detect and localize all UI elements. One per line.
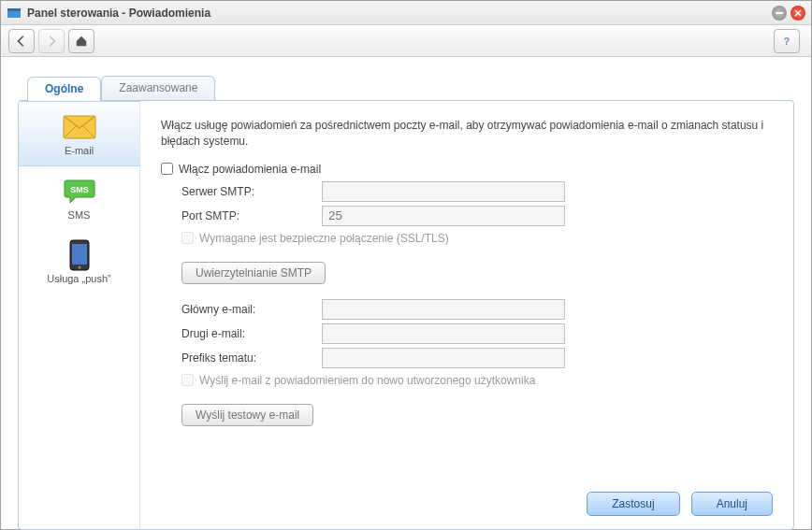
sidebar-item-label: E-mail: [22, 145, 136, 156]
send-new-user-label: Wyślij e-mail z powiadomieniem do nowo u…: [199, 374, 535, 387]
enable-email-label: Włącz powiadomienia e-mail: [179, 163, 321, 176]
svg-rect-7: [72, 244, 87, 265]
tab-row: Ogólne Zaawansowane: [27, 76, 794, 100]
forward-button[interactable]: [38, 29, 65, 53]
second-email-input[interactable]: [322, 323, 565, 344]
minimize-button[interactable]: [772, 6, 787, 21]
smtp-port-input[interactable]: [322, 206, 565, 226]
svg-rect-2: [776, 12, 783, 14]
svg-text:?: ?: [784, 35, 790, 46]
second-email-row: Drugi e-mail:: [181, 323, 773, 344]
sidebar-item-label: Usługa „push”: [22, 273, 136, 284]
prefix-label: Prefiks tematu:: [181, 351, 322, 365]
enable-email-row: Włącz powiadomienia e-mail: [161, 163, 773, 176]
sidebar-item-label: SMS: [22, 209, 136, 221]
toolbar: ?: [1, 25, 811, 57]
push-icon: [22, 239, 136, 271]
primary-email-row: Główny e-mail:: [181, 299, 773, 320]
apply-button[interactable]: Zastosuj: [587, 492, 679, 516]
send-test-button[interactable]: Wyślij testowy e-mail: [181, 404, 313, 426]
primary-email-input[interactable]: [322, 299, 565, 320]
app-icon: [7, 6, 22, 21]
send-new-user-checkbox[interactable]: [181, 374, 194, 386]
email-icon: [22, 111, 136, 143]
svg-point-8: [78, 266, 80, 269]
home-button[interactable]: [68, 29, 94, 53]
enable-email-checkbox[interactable]: [161, 163, 173, 175]
tab-advanced[interactable]: Zaawansowane: [101, 76, 215, 100]
smtp-auth-button[interactable]: Uwierzytelnianie SMTP: [181, 262, 326, 284]
ssl-checkbox[interactable]: [181, 232, 194, 244]
content: Ogólne Zaawansowane E-mail SMS: [1, 57, 811, 529]
sidebar-item-push[interactable]: Usługa „push”: [19, 230, 139, 294]
panel: E-mail SMS SMS Usługa „push”: [18, 100, 794, 530]
tab-general[interactable]: Ogólne: [27, 77, 101, 101]
cancel-button[interactable]: Anuluj: [691, 492, 773, 516]
main-pane: Włącz usługę powiadomień za pośrednictwe…: [140, 101, 793, 529]
sidebar-item-sms[interactable]: SMS SMS: [19, 166, 139, 230]
smtp-port-label: Port SMTP:: [181, 209, 322, 222]
smtp-server-label: Serwer SMTP:: [181, 185, 322, 198]
send-new-user-row: Wyślij e-mail z powiadomieniem do nowo u…: [181, 374, 773, 387]
sms-icon: SMS: [22, 176, 136, 208]
sidebar-item-email[interactable]: E-mail: [19, 101, 139, 166]
close-button[interactable]: [790, 6, 805, 21]
svg-text:SMS: SMS: [70, 185, 89, 194]
ssl-row: Wymagane jest bezpieczne połączenie (SSL…: [181, 232, 773, 245]
footer-buttons: Zastosuj Anuluj: [587, 492, 773, 516]
help-button[interactable]: ?: [774, 29, 800, 53]
sidebar: E-mail SMS SMS Usługa „push”: [19, 101, 140, 529]
back-button[interactable]: [8, 29, 35, 53]
prefix-row: Prefiks tematu:: [181, 348, 773, 368]
prefix-input[interactable]: [322, 348, 565, 368]
svg-rect-1: [7, 8, 21, 11]
intro-text: Włącz usługę powiadomień za pośrednictwe…: [161, 118, 773, 150]
ssl-label: Wymagane jest bezpieczne połączenie (SSL…: [199, 232, 449, 245]
smtp-server-input[interactable]: [322, 181, 565, 202]
window: Panel sterowania - Powiadomienia ? Ogóln…: [0, 0, 812, 530]
primary-email-label: Główny e-mail:: [181, 303, 322, 316]
smtp-port-row: Port SMTP:: [181, 206, 773, 226]
window-title: Panel sterowania - Powiadomienia: [27, 7, 768, 20]
second-email-label: Drugi e-mail:: [181, 327, 322, 340]
smtp-server-row: Serwer SMTP:: [181, 181, 773, 202]
titlebar: Panel sterowania - Powiadomienia: [1, 1, 811, 25]
